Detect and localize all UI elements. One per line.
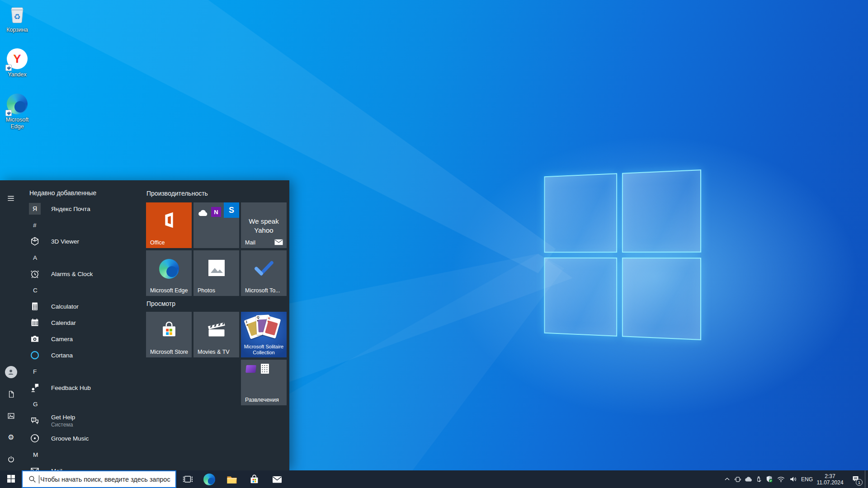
taskbar-app-task-view[interactable] (177, 470, 198, 488)
groove-icon (29, 432, 41, 444)
app-item-groove[interactable]: Groove Music (22, 430, 151, 446)
tile-folder-entertainment[interactable]: Развлечения (241, 360, 287, 405)
start-menu-expand-button[interactable] (2, 190, 20, 208)
tray-tablet-rotate[interactable] (732, 470, 743, 488)
app-item-letter-ya[interactable]: ЯЯндекс Почта (22, 201, 151, 217)
calendar-icon (29, 317, 41, 328)
start-button[interactable] (0, 470, 22, 488)
desktop-icon-yandex[interactable]: YYandex (0, 48, 34, 78)
section-letter-label: M (33, 451, 38, 458)
app-item-label: Cortana (51, 352, 73, 359)
tray-volume[interactable] (788, 470, 798, 488)
rail-button-power[interactable] (2, 450, 20, 468)
tile-edge[interactable]: Microsoft Edge (146, 250, 192, 296)
app-item-label: 3D Viewer (51, 238, 79, 245)
tile-app-group[interactable]: NS (193, 202, 239, 248)
shortcut-arrow-icon (5, 65, 12, 71)
app-section-letter[interactable]: # (22, 217, 151, 233)
tile-label: Microsoft Store (150, 349, 188, 355)
tray-chevron-up[interactable] (722, 470, 732, 488)
text-caret (39, 475, 39, 483)
pictures-icon (7, 412, 15, 420)
calculator-icon (29, 300, 41, 312)
desktop-icon-edge[interactable]: Microsoft Edge (0, 93, 34, 130)
tile-group-header[interactable]: Просмотр (146, 300, 175, 307)
windows-logo-pane (544, 257, 617, 336)
app-item-label: Calendar (51, 319, 76, 326)
taskbar-app-file-explorer[interactable] (221, 470, 243, 488)
app-item-label: Groove Music (51, 435, 89, 442)
tile-group-header[interactable]: Производительность (146, 190, 208, 197)
rail-button-documents[interactable] (2, 385, 20, 403)
recently-added-header: Недавно добавленные (29, 189, 96, 197)
movies-tv-icon (206, 320, 227, 341)
tile-label: Microsoft Edge (150, 287, 188, 294)
todo-check-icon (254, 260, 274, 278)
chevron-up-icon (723, 475, 731, 483)
section-letter-label: C (33, 287, 38, 294)
app-section-letter[interactable]: G (22, 396, 151, 412)
tile-todo[interactable]: Microsoft To... (241, 250, 287, 296)
desktop-icon-label: Yandex (0, 71, 34, 78)
tile-label: Mail (245, 239, 255, 246)
svg-text:?: ? (33, 418, 35, 421)
app-item-calendar[interactable]: Calendar (22, 314, 151, 331)
tile-movies[interactable]: Movies & TV (193, 312, 239, 357)
tile-office[interactable]: Office (146, 202, 192, 248)
rail-button-settings[interactable]: ⚙ (2, 428, 20, 446)
app-item-cube[interactable]: 3D Viewer (22, 233, 151, 249)
tray-wifi[interactable] (775, 470, 786, 488)
app-item-calculator[interactable]: Calculator (22, 298, 151, 314)
skype-icon: S (224, 202, 239, 218)
tile-mail-yahoo[interactable]: We speakYahooMail (241, 202, 287, 248)
show-desktop-button[interactable] (865, 470, 868, 488)
search-input[interactable] (40, 476, 175, 483)
letter-ya-icon: Я (29, 203, 41, 215)
desktop-screen: ♻КорзинаYYandexMicrosoft Edge ⚙ Недавно … (0, 0, 868, 488)
language-indicator[interactable]: ENG (800, 470, 814, 488)
taskbar: ENG 2:37 11.07.2024 (0, 470, 868, 488)
app-item-camera[interactable]: Camera (22, 331, 151, 347)
windows-logo-pane (622, 258, 701, 340)
tile-label: Movies & TV (198, 349, 230, 355)
taskbar-search-box[interactable] (22, 470, 176, 488)
app-section-letter[interactable]: A (22, 249, 151, 266)
user-avatar (5, 366, 17, 378)
desktop-icon-recycle-bin[interactable]: ♻Корзина (0, 4, 34, 33)
taskbar-app-store[interactable] (243, 470, 265, 488)
app-section-letter[interactable]: M (22, 446, 151, 463)
yandex-mail-icon: Я (29, 203, 41, 215)
taskbar-app-edge[interactable] (198, 470, 220, 488)
clock-date: 11.07.2024 (816, 479, 843, 486)
rail-button-account[interactable] (2, 363, 20, 381)
tile-photos[interactable]: Photos (193, 250, 239, 296)
app-item-alarm[interactable]: Alarms & Clock (22, 266, 151, 282)
store-icon (159, 319, 179, 341)
edge-icon (203, 474, 215, 485)
feedback-icon (29, 382, 41, 394)
start-menu-tiles: ПроизводительностьOfficeNSWe speakYahooM… (146, 180, 289, 470)
calculator-icon (260, 363, 269, 374)
app-item-cortana[interactable]: Cortana (22, 347, 151, 363)
desktop-icon-label: Microsoft Edge (0, 117, 34, 130)
rail-button-pictures[interactable] (2, 407, 20, 425)
app-item-get-help[interactable]: ?Get HelpСистема (22, 412, 151, 430)
tile-solitaire[interactable]: J♣Q♠K♥Microsoft Solitaire Collection (241, 312, 287, 357)
desktop-icon-label: Корзина (0, 27, 34, 33)
tile-label: Microsoft Solitaire Collection (242, 344, 286, 356)
taskbar-app-mail[interactable] (266, 470, 288, 488)
app-section-letter[interactable]: C (22, 282, 151, 298)
tray-onedrive-cloud[interactable] (743, 470, 754, 488)
tile-store[interactable]: Microsoft Store (146, 312, 192, 357)
onenote-icon: N (211, 207, 221, 217)
app-section-letter[interactable]: F (22, 363, 151, 380)
tile-label: Развлечения (245, 397, 279, 403)
app-item-mail[interactable]: Mail (22, 463, 151, 470)
app-item-feedback[interactable]: Feedback Hub (22, 380, 151, 396)
tray-defender-shield[interactable] (764, 470, 774, 488)
tray-usb-eject[interactable] (753, 470, 764, 488)
clock[interactable]: 2:37 11.07.2024 (815, 470, 845, 488)
mail-icon (271, 474, 283, 485)
app-item-label: Feedback Hub (51, 385, 91, 391)
onedrive-cloud-icon (744, 475, 753, 484)
